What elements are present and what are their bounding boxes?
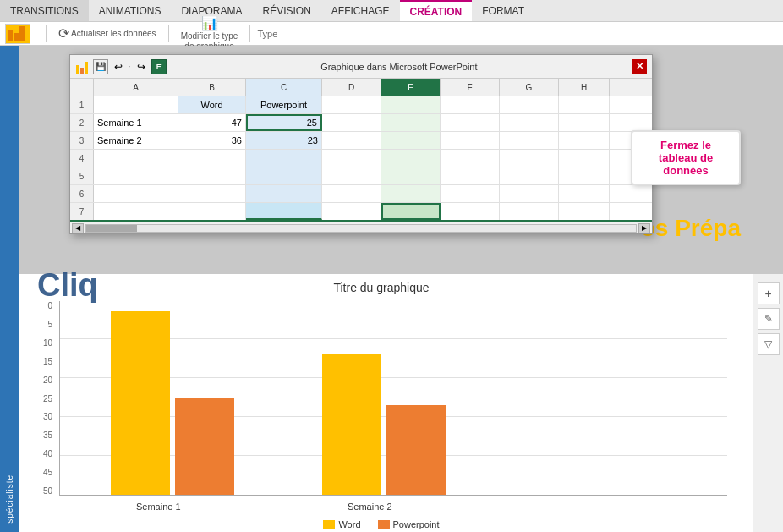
cell-4f[interactable] (441, 150, 500, 167)
col-header-c[interactable]: C (246, 79, 322, 96)
redo-icon[interactable]: ↪ (134, 59, 149, 74)
cell-1b[interactable]: Word (178, 96, 246, 113)
cell-2h[interactable] (559, 114, 610, 131)
cell-7h[interactable] (559, 203, 610, 220)
cell-7e[interactable] (381, 203, 441, 220)
ribbon-tabs: TRANSITIONS ANIMATIONS DIAPORAMA RÉVISIO… (0, 0, 783, 22)
chart-filter-button[interactable]: ▽ (758, 333, 780, 355)
main-area: spécialiste Cliq os Prépa Titre du graph… (0, 46, 783, 532)
cell-1f[interactable] (441, 96, 500, 113)
y-label-35: 35 (36, 431, 52, 440)
grid-row-3: 3 Semaine 2 36 23 (70, 132, 652, 150)
scroll-thumb[interactable] (86, 225, 137, 232)
chart-title: Titre du graphique (36, 281, 727, 294)
cell-7b[interactable] (178, 203, 246, 220)
cell-1d[interactable] (322, 96, 381, 113)
close-button[interactable]: ✕ (632, 59, 647, 74)
cell-4d[interactable] (322, 150, 381, 167)
tab-transitions[interactable]: TRANSITIONS (0, 0, 89, 21)
cell-7c[interactable] (246, 203, 322, 220)
scroll-track[interactable] (85, 224, 637, 233)
row-num-2: 2 (70, 114, 94, 131)
cell-5b[interactable] (178, 167, 246, 184)
cell-3a[interactable]: Semaine 2 (94, 132, 178, 149)
col-header-h[interactable]: H (559, 79, 610, 96)
cell-1e[interactable] (381, 96, 441, 113)
slide-bg-text2: os Prépa (641, 215, 741, 242)
cell-2f[interactable] (441, 114, 500, 131)
cell-6a[interactable] (94, 185, 178, 202)
cell-1c[interactable]: Powerpoint (246, 96, 322, 113)
cell-5d[interactable] (322, 167, 381, 184)
cell-6g[interactable] (500, 185, 559, 202)
cell-5g[interactable] (500, 167, 559, 184)
cell-7f[interactable] (441, 203, 500, 220)
tab-format[interactable]: FORMAT (472, 0, 534, 21)
tab-revision[interactable]: RÉVISION (252, 0, 320, 21)
chart-style-button[interactable]: ✎ (758, 308, 780, 330)
save-icon[interactable]: 💾 (93, 59, 108, 74)
col-header-e[interactable]: E (381, 79, 441, 96)
cell-4g[interactable] (500, 150, 559, 167)
scroll-left-btn[interactable]: ◀ (72, 223, 84, 233)
cell-4e[interactable] (381, 150, 441, 167)
cell-5h[interactable] (559, 167, 610, 184)
cell-3e[interactable] (381, 132, 441, 149)
cell-6c[interactable] (246, 185, 322, 202)
chart-type-icon-1[interactable] (5, 24, 30, 44)
cell-3g[interactable] (500, 132, 559, 149)
add-element-button[interactable]: + (758, 282, 780, 304)
legend-powerpoint-label: Powerpoint (393, 519, 440, 529)
toolbar-sep-2 (168, 25, 169, 42)
cell-3c[interactable]: 23 (246, 132, 322, 149)
cell-3h[interactable] (559, 132, 610, 149)
tab-affichage[interactable]: AFFICHAGE (321, 0, 400, 21)
cell-5f[interactable] (441, 167, 500, 184)
cell-3f[interactable] (441, 132, 500, 149)
cell-2c[interactable]: 25 (246, 114, 322, 131)
cell-2g[interactable] (500, 114, 559, 131)
excel-icon[interactable]: E (151, 59, 167, 74)
actualiser-button[interactable]: ⟳ Actualiser les données (53, 24, 162, 43)
toolbar-sep-1 (46, 25, 47, 42)
cell-1g[interactable] (500, 96, 559, 113)
cell-4h[interactable] (559, 150, 610, 167)
cell-2b[interactable]: 47 (178, 114, 246, 131)
cell-6f[interactable] (441, 185, 500, 202)
chart-mini-icon (75, 59, 90, 74)
cell-6e[interactable] (381, 185, 441, 202)
cell-1a[interactable] (94, 96, 178, 113)
cell-6b[interactable] (178, 185, 246, 202)
cell-4c[interactable] (246, 150, 322, 167)
cell-7g[interactable] (500, 203, 559, 220)
cell-3b[interactable]: 36 (178, 132, 246, 149)
cell-3d[interactable] (322, 132, 381, 149)
tab-creation[interactable]: CRÉATION (400, 0, 473, 21)
cell-2e[interactable] (381, 114, 441, 131)
undo-icon[interactable]: ↩ (111, 59, 126, 74)
row-num-header (70, 79, 94, 96)
cell-4a[interactable] (94, 150, 178, 167)
cell-2a[interactable]: Semaine 1 (94, 114, 178, 131)
tooltip-callout: Fermez le tableau de données (631, 130, 741, 185)
y-label-20: 20 (36, 376, 52, 385)
cell-5c[interactable] (246, 167, 322, 184)
scroll-right-btn[interactable]: ▶ (638, 223, 650, 233)
col-header-b[interactable]: B (178, 79, 246, 96)
cell-5e[interactable] (381, 167, 441, 184)
cell-7d[interactable] (322, 203, 381, 220)
cell-4b[interactable] (178, 150, 246, 167)
cell-6d[interactable] (322, 185, 381, 202)
col-header-d[interactable]: D (322, 79, 381, 96)
cell-1h[interactable] (559, 96, 610, 113)
tab-animations[interactable]: ANIMATIONS (89, 0, 172, 21)
cell-2d[interactable] (322, 114, 381, 131)
col-header-a[interactable]: A (94, 79, 178, 96)
col-header-g[interactable]: G (500, 79, 559, 96)
col-header-f[interactable]: F (441, 79, 500, 96)
type-label: Type (257, 29, 277, 39)
cell-6h[interactable] (559, 185, 610, 202)
cell-5a[interactable] (94, 167, 178, 184)
h-scrollbar[interactable]: ◀ ▶ (70, 222, 652, 233)
cell-7a[interactable] (94, 203, 178, 220)
